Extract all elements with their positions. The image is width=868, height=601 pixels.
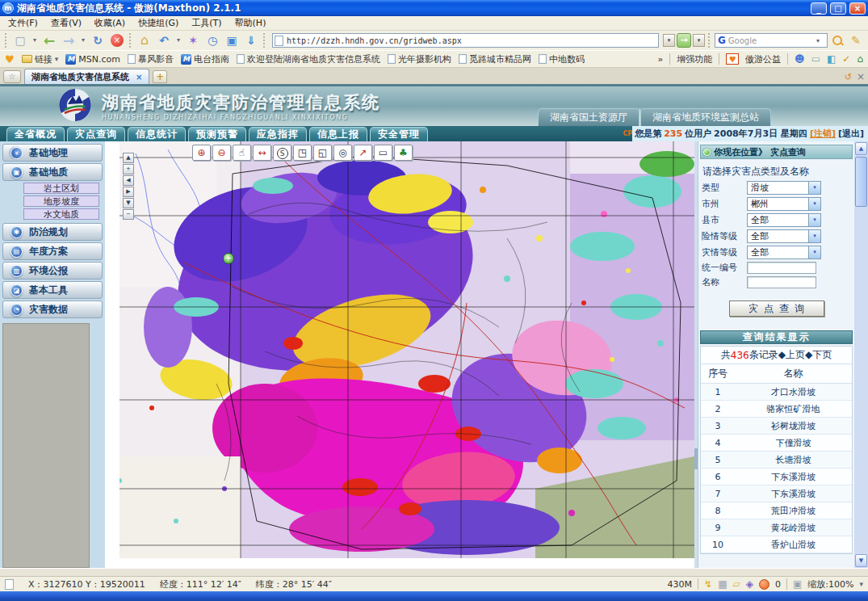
table-row[interactable]: 1才口水滑坡 — [701, 384, 852, 401]
link-land-resources[interactable]: 湖南省国土资源厅 — [538, 108, 639, 126]
go-dropdown-button[interactable]: ▾ — [693, 34, 705, 47]
table-row[interactable]: 5长塘滑坡 — [701, 452, 852, 469]
map-marker-icon[interactable]: + — [223, 253, 234, 264]
address-bar[interactable]: http://dzzh.hndh.gov.cn/gridweb.aspx — [272, 33, 659, 48]
page-scrollbar[interactable]: ▲ ▼ — [854, 141, 868, 568]
user-icon[interactable]: ☻ — [795, 53, 805, 65]
folder-icon[interactable]: ▱ — [733, 578, 740, 590]
bookmark-baofeng[interactable]: 暴风影音 — [128, 53, 174, 65]
nav-tab-report[interactable]: 信息上报 — [309, 127, 367, 141]
zoom-window-button[interactable]: ◳ — [293, 145, 312, 161]
gem-icon[interactable]: ◈ — [746, 578, 753, 590]
zoom-dropdown-icon[interactable]: ▾ — [859, 580, 863, 588]
zoom-plus-button[interactable]: + — [123, 164, 134, 174]
flash-icon[interactable]: ↯ — [704, 578, 712, 590]
table-row[interactable]: 8荒田冲滑坡 — [701, 502, 852, 519]
table-row[interactable]: 7下东溪滑坡 — [701, 485, 852, 502]
home-icon[interactable]: ⌂ — [136, 32, 153, 48]
undo-icon[interactable]: ↶ — [155, 32, 173, 48]
logout-link[interactable]: [注销] — [810, 128, 836, 140]
pan-right-button[interactable]: ▶ — [123, 187, 134, 197]
pan-up-button[interactable]: ▲ — [123, 153, 134, 163]
zoom-level[interactable]: 缩放:100% — [807, 578, 853, 590]
unified-id-input[interactable] — [747, 262, 816, 274]
printer-icon[interactable]: ▦ — [718, 578, 727, 590]
nav-tab-statistics[interactable]: 信息统计 — [128, 127, 186, 141]
url-text[interactable]: http://dzzh.hndh.gov.cn/gridweb.aspx — [287, 36, 656, 45]
bookmark-zhongdi[interactable]: 中地数码 — [539, 53, 585, 65]
full-extent-button[interactable]: S — [273, 145, 291, 161]
bookmark-guangnian[interactable]: 光年摄影机构 — [388, 53, 451, 65]
menu-favorites[interactable]: 收藏(A) — [94, 17, 125, 29]
refresh-icon[interactable]: ↻ — [89, 32, 107, 48]
select-rect-button[interactable]: ◱ — [313, 145, 332, 161]
pan-down-button[interactable]: ▼ — [123, 198, 134, 208]
prev-page-link[interactable]: ◆上页 — [778, 348, 805, 362]
sidebar-item-basic-geology[interactable]: ▣ 基础地质 — [2, 163, 103, 181]
menu-groups[interactable]: 快捷组(G) — [138, 17, 178, 29]
sidebar-item-disaster-data[interactable]: ◔ 灾害数据 — [2, 300, 103, 318]
stop-icon[interactable]: × — [111, 34, 124, 47]
forward-icon[interactable]: → — [60, 32, 78, 48]
minimize-button[interactable]: _ — [811, 2, 827, 15]
download-icon[interactable]: ⇓ — [242, 32, 260, 48]
nav-tab-emergency[interactable]: 应急指挥 — [249, 127, 307, 141]
layer-tree-button[interactable]: ♣ — [394, 145, 413, 161]
bookmarks-overflow[interactable]: » — [657, 54, 663, 65]
sidebar-item-basic-tools[interactable]: ◪ 基本工具 — [2, 281, 103, 299]
nav-tab-disaster-query[interactable]: 灾点查询 — [67, 127, 125, 141]
measure-line-button[interactable]: ↗ — [354, 145, 372, 161]
history-dropdown-icon[interactable]: ▾ — [79, 32, 87, 48]
back-icon[interactable]: ← — [40, 32, 58, 48]
close-button[interactable]: × — [849, 2, 866, 15]
query-button[interactable]: 灾点查询 — [729, 300, 824, 317]
new-tab-button[interactable]: + — [153, 70, 167, 83]
risk-level-select[interactable]: 全部▾ — [747, 229, 821, 243]
pan-button[interactable]: ☝ — [233, 145, 251, 161]
next-page-link[interactable]: ◆下页 — [805, 348, 832, 362]
chevron-down-icon[interactable]: ▾ — [808, 182, 820, 194]
window-titlebar[interactable]: m 湖南省地质灾害信息系统 - 傲游(Maxthon) 2.1.1 _ □ × — [0, 0, 868, 16]
menu-tools[interactable]: 工具(T) — [191, 17, 221, 29]
exit-link[interactable]: [退出] — [838, 128, 864, 140]
table-row[interactable]: 9黄花岭滑坡 — [701, 519, 852, 536]
links-folder[interactable]: 链接 ▾ — [22, 53, 59, 65]
county-select[interactable]: 全部▾ — [747, 213, 821, 227]
undo-dropdown-icon[interactable]: ▾ — [174, 32, 182, 48]
chevron-down-icon[interactable]: ▾ — [808, 230, 820, 242]
table-row[interactable]: 6下东溪滑坡 — [701, 469, 852, 485]
sub-item-hydrogeology[interactable]: 水文地质 — [23, 208, 99, 220]
table-row[interactable]: 4下僮滑坡 — [701, 435, 852, 452]
url-dropdown-button[interactable]: ▾ — [663, 34, 675, 47]
chevron-down-icon[interactable]: ▾ — [808, 198, 820, 210]
zoom-in-button[interactable]: ⊕ — [192, 145, 211, 161]
window-icon[interactable]: ▭ — [811, 53, 820, 65]
site-icon[interactable]: ⌂ — [857, 53, 863, 65]
search-input[interactable]: Google — [728, 36, 814, 45]
name-input[interactable] — [747, 276, 816, 288]
charity-link[interactable]: 傲游公益 — [745, 53, 781, 65]
nav-tab-overview[interactable]: 全省概况 — [6, 127, 65, 141]
eraser-button[interactable]: ▭ — [374, 145, 392, 161]
sidebar-item-annual-plan[interactable]: ▤ 年度方案 — [2, 242, 103, 260]
history-clock-icon[interactable]: ◷ — [203, 32, 221, 48]
new-page-icon[interactable]: ▢ — [11, 32, 29, 48]
menu-help[interactable]: 帮助(H) — [235, 17, 266, 29]
search-dropdown-icon[interactable]: ▾ — [816, 37, 824, 44]
table-row[interactable]: 3衫树垅滑坡 — [701, 418, 852, 435]
tabbar-close-icon[interactable]: × — [857, 71, 865, 82]
nav-tab-forecast[interactable]: 预测预警 — [188, 127, 246, 141]
charity-heart-icon[interactable]: ♥ — [726, 53, 739, 65]
sidebar-item-basic-geography[interactable]: » 基础地理 — [2, 144, 103, 162]
link-geo-monitoring[interactable]: 湖南省地质环境监测总站 — [640, 108, 771, 126]
zoom-select-button[interactable]: ◎ — [333, 145, 352, 161]
sidebar-item-env-bulletin[interactable]: ▥ 环境公报 — [2, 262, 103, 279]
bookmark-radio-guide[interactable]: M电台指南 — [181, 53, 229, 65]
scroll-up-button[interactable]: ▲ — [855, 142, 867, 155]
nav-tab-security[interactable]: 安全管理 — [370, 127, 428, 141]
bookmark-msn[interactable]: MMSN.com — [65, 54, 120, 65]
scrollbar-thumb[interactable] — [855, 157, 867, 207]
type-select[interactable]: 滑坡▾ — [747, 181, 821, 195]
sub-item-terrain-slope[interactable]: 地形坡度 — [23, 195, 99, 207]
pan-left-button[interactable]: ◀ — [123, 175, 134, 186]
